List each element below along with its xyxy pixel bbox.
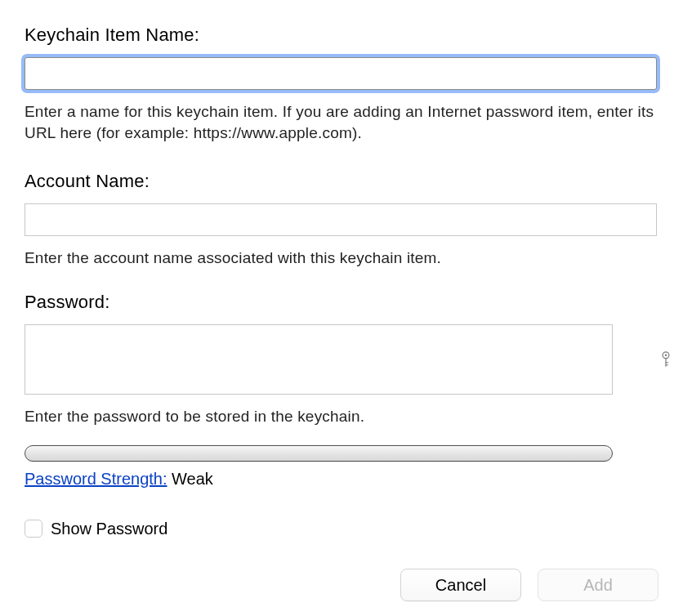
password-strength-value: Weak — [172, 470, 213, 488]
key-icon[interactable] — [657, 349, 675, 370]
keychain-item-name-help: Enter a name for this keychain item. If … — [25, 101, 658, 143]
password-help: Enter the password to be stored in the k… — [25, 406, 658, 427]
account-name-input[interactable] — [25, 203, 657, 236]
svg-point-1 — [665, 354, 667, 355]
password-strength-link[interactable]: Password Strength: — [25, 470, 167, 488]
password-label: Password: — [25, 292, 658, 313]
keychain-item-name-label: Keychain Item Name: — [25, 25, 658, 46]
cancel-button[interactable]: Cancel — [400, 569, 521, 601]
show-password-checkbox[interactable] — [25, 520, 42, 538]
keychain-item-name-input[interactable] — [25, 57, 657, 90]
account-name-help: Enter the account name associated with t… — [25, 248, 658, 269]
add-button[interactable]: Add — [538, 569, 658, 601]
show-password-label: Show Password — [51, 520, 167, 538]
password-input[interactable] — [25, 324, 613, 395]
password-strength-meter — [25, 445, 613, 462]
account-name-label: Account Name: — [25, 171, 658, 192]
